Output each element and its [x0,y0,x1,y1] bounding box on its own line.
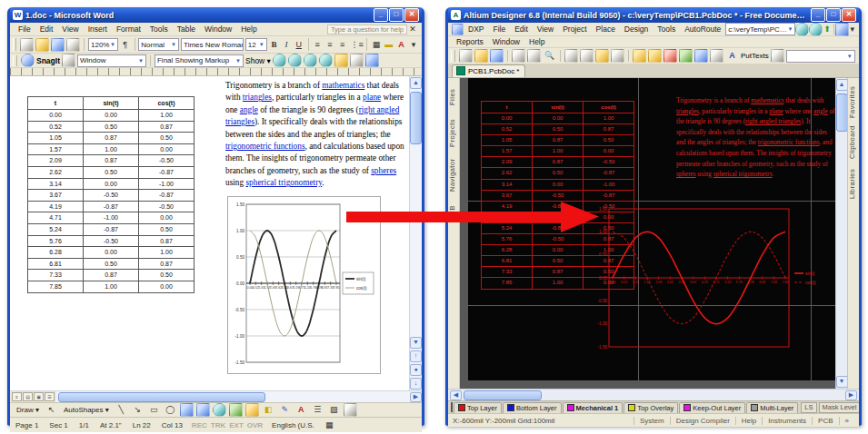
minimize-button[interactable]: _ [374,8,388,22]
menu-item[interactable]: View [57,24,83,35]
current-layer-swatch[interactable] [451,402,453,412]
panel-tab-libraries[interactable]: Libraries [848,165,859,202]
zoom-combo[interactable]: 120%▼ [88,38,118,51]
place-pad-icon[interactable] [648,49,662,63]
maximize-button[interactable]: □ [389,8,404,22]
accept-change-icon[interactable] [304,54,317,67]
layer-tab[interactable]: Keep-Out Layer [679,402,745,413]
scroll-down-icon[interactable]: ▼ [836,376,848,388]
outline-view-icon[interactable]: ☰ [45,392,55,401]
oval-icon[interactable]: ◯ [164,403,177,417]
panel-button[interactable]: PCB [812,417,838,425]
back-icon[interactable] [795,23,809,36]
close-button[interactable]: ✕ [404,8,419,22]
script-icon[interactable] [771,49,784,63]
font-combo[interactable]: Times New Roman▼ [181,38,244,51]
horizontal-ruler[interactable] [10,68,422,76]
place-component-icon[interactable] [633,49,646,63]
panel-button[interactable]: System [634,417,670,425]
menu-item[interactable]: AutoRoute [680,24,725,35]
panel-button[interactable]: Instruments [762,417,812,425]
word-titlebar[interactable]: W 1.doc - Microsoft Word _ □ ✕ [10,7,422,23]
menu-item[interactable]: View [533,24,558,35]
layer-bar-button[interactable]: LS [801,402,816,413]
help-question-input[interactable]: Type a question for help [327,25,407,35]
numbering-icon[interactable]: ⋮≡ [349,38,363,52]
display-for-review-combo[interactable]: Final Showing Markup▼ [155,54,244,67]
font-color-icon[interactable]: A [294,403,308,417]
select-objects-icon[interactable]: ↖ [45,403,58,417]
borders-icon[interactable]: ▦ [371,38,382,52]
dropdown-icon[interactable]: ▾ [849,23,855,36]
layer-bar-button[interactable]: Mask Level [819,402,859,413]
status-mode-indicator[interactable]: OVR [247,421,263,429]
scroll-up-icon[interactable]: ▲ [410,77,422,89]
toolbar-grip[interactable] [13,55,17,66]
panel-button[interactable]: Design Compiler [670,417,735,425]
align-center-icon[interactable]: ≡ [324,38,335,52]
panel-tab-projects[interactable]: Projects [448,114,459,151]
status-mode-indicator[interactable]: TRK [211,421,225,429]
hscroll-thumb[interactable] [464,390,542,400]
autoshapes-menu[interactable]: AutoShapes ▾ [61,406,112,414]
snagit-icon[interactable] [21,54,35,67]
menu-item[interactable]: Edit [510,24,533,35]
browse-next-icon[interactable]: ↓ [410,378,422,390]
italic-button[interactable]: I [281,38,292,52]
bold-button[interactable]: B [269,38,280,52]
menu-item[interactable]: Help [236,24,261,35]
line-icon[interactable]: ╲ [115,403,128,417]
layer-tab[interactable]: Top Layer [454,402,502,413]
next-change-icon[interactable] [288,54,302,67]
hscroll-left-icon[interactable]: ◀ [450,390,462,400]
zoom-icon[interactable]: 🔍 [543,49,556,63]
track-changes-icon[interactable] [350,54,364,67]
align-left-icon[interactable]: ≡ [312,38,323,52]
highlight-icon[interactable]: ▬ [384,38,394,52]
snagit-capture-icon[interactable] [62,54,75,67]
line-color-icon[interactable]: ✎ [278,403,292,417]
wordart-icon[interactable] [196,403,210,417]
insert-picture-icon[interactable] [245,403,259,417]
draw-menu[interactable]: Draw ▾ [14,406,42,414]
altium-vertical-scrollbar[interactable]: ▲ ▼ [835,78,847,389]
new-document-icon[interactable] [20,38,34,52]
style-combo[interactable]: Normal▼ [138,38,179,51]
menu-item[interactable]: File [14,24,35,35]
panel-button[interactable]: Help [735,417,762,425]
dxp-icon[interactable] [452,24,464,35]
polygon-icon[interactable] [694,49,708,63]
layer-tab[interactable]: Multi-Layer [746,402,798,413]
chart-tool-icon[interactable] [835,23,849,36]
print-icon[interactable] [66,38,80,52]
scroll-up-icon[interactable]: ▲ [836,79,848,91]
panel-tab-clipboard[interactable]: Clipboard [848,123,859,162]
menu-item[interactable]: Edit [35,24,58,35]
menu-item[interactable]: Tools [653,24,680,35]
layer-tab[interactable]: Top Overlay [624,402,678,413]
panel-button[interactable]: » [839,417,854,425]
open-icon[interactable] [35,38,49,52]
menu-item[interactable]: Design [620,24,653,35]
new-comment-icon[interactable] [334,54,348,67]
font-color-icon[interactable]: A [396,38,407,52]
scroll-thumb[interactable] [410,92,422,144]
hscroll-right-icon[interactable]: ▶ [410,392,422,402]
menu-item[interactable]: Help [524,36,549,47]
print-layout-icon[interactable]: ▣ [34,392,44,401]
menu-item[interactable]: Window [200,24,236,35]
route-icon[interactable] [679,49,693,63]
place-via-icon[interactable] [663,49,677,63]
dimension-icon[interactable] [710,49,723,63]
command-combo[interactable]: ▼ [786,50,855,63]
menu-item[interactable]: Project [558,24,591,35]
menu-item[interactable]: Insert [84,24,112,35]
menu-item[interactable]: Place [592,24,620,35]
text-box-icon[interactable] [180,403,194,417]
snagit-window-combo[interactable]: Window▼ [77,54,146,67]
close-document-icon[interactable]: ✕ [407,23,418,36]
altium-titlebar[interactable]: A Altium Designer 6.8 (Internal Build 90… [448,7,859,23]
pcb-document-tab[interactable]: PCB1.PcbDoc * [452,64,525,77]
panel-tab-navigator[interactable]: Navigator [448,154,459,196]
layer-tab[interactable]: Bottom Layer [503,402,562,413]
